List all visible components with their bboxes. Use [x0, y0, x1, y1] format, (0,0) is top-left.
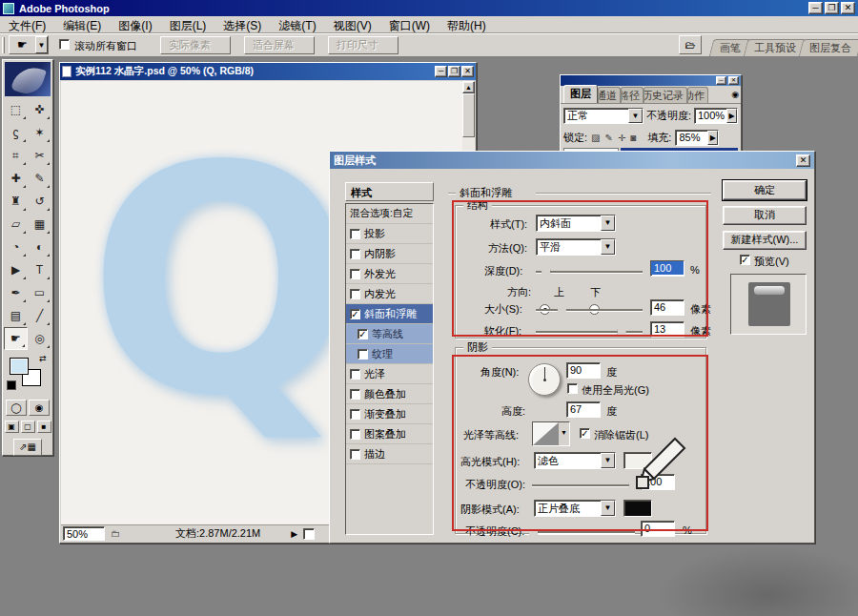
style-item-checkbox[interactable]	[350, 369, 360, 380]
standard-mode-button[interactable]: ◯	[6, 400, 27, 416]
doc-close-button[interactable]: ✕	[461, 66, 474, 77]
style-list-item[interactable]: 颜色叠加	[346, 384, 433, 404]
brush-palette-button[interactable]: 🗁	[679, 35, 702, 54]
type-tool[interactable]: T	[28, 258, 51, 281]
palette-tab-4[interactable]: 历史记录	[644, 87, 687, 103]
style-item-checkbox[interactable]	[350, 249, 360, 259]
view-option-button[interactable]: 适合屏幕	[244, 36, 315, 54]
shadow-mode-select[interactable]: 正片叠底 ▼	[534, 500, 616, 517]
style-list-item[interactable]: 描边	[346, 444, 433, 464]
palette-well-tab[interactable]: 图层复合	[799, 39, 858, 56]
close-button[interactable]: ✕	[841, 2, 855, 14]
anti-alias-checkbox[interactable]	[580, 428, 590, 439]
style-list-item[interactable]: 斜面和浮雕	[346, 304, 433, 324]
lock-image-icon[interactable]: ✎	[605, 133, 613, 143]
soften-field[interactable]: 13	[650, 321, 684, 338]
imageready-jump-button[interactable]: ⇗▦	[13, 439, 42, 456]
dialog-title-bar[interactable]: 图层样式 ✕	[330, 152, 814, 169]
fill-slider-icon[interactable]: ▶	[707, 131, 718, 145]
preview-checkbox[interactable]	[740, 255, 750, 265]
style-list-item[interactable]: 纹理	[346, 344, 433, 364]
palette-menu-icon[interactable]: ◉	[731, 90, 739, 99]
angle-dial[interactable]	[528, 363, 561, 396]
lock-transparency-icon[interactable]: ▨	[591, 133, 600, 143]
dodge-tool[interactable]: ◐	[28, 236, 51, 258]
style-item-checkbox[interactable]	[350, 429, 360, 440]
palette-tab-3[interactable]: 路径	[621, 87, 644, 103]
style-list-item[interactable]: 光泽	[346, 364, 433, 384]
zoom-tool[interactable]: ◎	[28, 327, 51, 350]
style-dropdown-icon[interactable]: ▼	[601, 216, 615, 231]
palette-close-button[interactable]: ✕	[728, 76, 739, 85]
magic-wand-tool[interactable]: ✶	[28, 121, 51, 144]
style-list-item[interactable]: 等高线	[346, 324, 433, 344]
lock-all-icon[interactable]: ◙	[630, 133, 636, 143]
new-style-button[interactable]: 新建样式(W)...	[723, 231, 807, 250]
scrollbar-thumb[interactable]	[462, 93, 475, 137]
size-slider[interactable]	[536, 309, 643, 313]
highlight-dropdown-icon[interactable]: ▼	[601, 453, 615, 468]
sh-opacity-field[interactable]: 0	[641, 521, 675, 537]
tool-preset-picker[interactable]: ☛ ▼	[9, 35, 49, 54]
foreground-color-swatch[interactable]	[10, 358, 29, 375]
move-tool[interactable]: ✜	[28, 98, 51, 121]
style-list-item[interactable]: 内阴影	[346, 244, 433, 264]
shadow-dropdown-icon[interactable]: ▼	[601, 501, 615, 516]
palette-tab-2[interactable]: 通道	[598, 87, 621, 103]
history-brush-tool[interactable]: ↺	[28, 190, 51, 213]
view-option-button[interactable]: 实际像素	[160, 36, 231, 54]
style-list-item[interactable]: 内发光	[346, 284, 433, 304]
workgroup-icon[interactable]: 🗀	[111, 528, 120, 539]
dialog-close-button[interactable]: ✕	[796, 154, 810, 167]
depth-field[interactable]: 100	[650, 260, 684, 277]
ok-button[interactable]: 确定	[723, 180, 807, 200]
size-field[interactable]: 46	[650, 299, 684, 316]
lasso-tool[interactable]: ϛ	[4, 121, 28, 144]
style-item-checkbox[interactable]	[358, 329, 368, 339]
highlight-mode-select[interactable]: 滤色 ▼	[534, 452, 616, 469]
palette-tab-1[interactable]: 图层	[563, 85, 598, 103]
swap-colors-icon[interactable]: ⇄	[39, 354, 47, 363]
gradient-tool[interactable]: ▦	[28, 213, 51, 236]
method-select[interactable]: 平滑 ▼	[536, 238, 616, 256]
eraser-tool[interactable]: ▱	[4, 213, 28, 236]
style-item-checkbox[interactable]	[350, 409, 360, 420]
clone-stamp-tool[interactable]: ♜	[4, 190, 28, 213]
style-list-item[interactable]: 投影	[346, 224, 433, 244]
altitude-field[interactable]: 67	[566, 401, 601, 418]
eyedropper-tool[interactable]: ╱	[28, 304, 51, 327]
doc-minimize-button[interactable]: ─	[435, 66, 447, 77]
depth-slider[interactable]	[536, 271, 643, 275]
shadow-color-swatch[interactable]	[623, 500, 652, 517]
hand-tool[interactable]: ☛	[4, 327, 28, 350]
contour-dropdown-icon[interactable]: ▼	[559, 422, 569, 445]
style-list-item[interactable]: 外发光	[346, 264, 433, 284]
gloss-contour-picker[interactable]: ▼	[532, 421, 570, 446]
global-light-checkbox[interactable]	[567, 383, 578, 394]
notes-tool[interactable]: ▤	[4, 304, 28, 327]
lock-position-icon[interactable]: ✛	[618, 133, 625, 143]
document-title-bar[interactable]: 实例112 水晶字.psd @ 50% (Q, RGB/8) ─ ❐ ✕	[60, 63, 476, 80]
angle-field[interactable]: 90	[566, 362, 601, 379]
zoom-level-field[interactable]: 50%	[63, 526, 105, 541]
style-item-checkbox[interactable]	[350, 309, 360, 319]
style-select[interactable]: 内斜面 ▼	[536, 215, 616, 232]
rectangular-marquee-tool[interactable]: ⬚	[4, 98, 28, 121]
fill-field[interactable]: 85% ▶	[675, 130, 719, 146]
opacity-slider-icon[interactable]: ▶	[726, 109, 737, 123]
sh-opacity-slider[interactable]	[532, 531, 635, 535]
shape-tool[interactable]: ▭	[28, 281, 51, 304]
healing-brush-tool[interactable]: ✚	[4, 167, 28, 190]
default-colors-icon[interactable]	[7, 380, 16, 390]
view-option-button[interactable]: 打印尺寸	[328, 36, 398, 54]
style-item-checkbox[interactable]	[350, 289, 360, 299]
style-item-checkbox[interactable]	[350, 229, 360, 239]
scroll-all-windows-checkbox[interactable]	[59, 39, 70, 50]
style-item-checkbox[interactable]	[350, 269, 360, 279]
brush-tool[interactable]: ✎	[28, 167, 51, 190]
fullscreen-menubar-button[interactable]: ▢	[21, 421, 35, 433]
scroll-up-icon[interactable]: ▲	[462, 81, 475, 93]
blend-mode-select[interactable]: 正常 ▼	[563, 108, 644, 124]
style-list-item[interactable]: 渐变叠加	[346, 404, 433, 424]
toolbox-logo[interactable]	[5, 62, 51, 96]
